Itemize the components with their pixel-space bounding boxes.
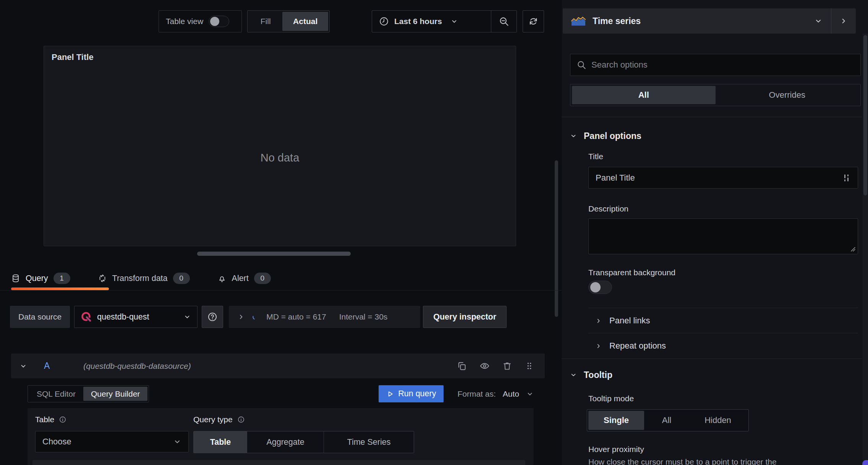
filter-tab-overrides[interactable]: Overrides: [716, 86, 859, 104]
chevron-right-icon: [237, 313, 245, 321]
chevron-down-icon: [183, 313, 191, 321]
hide-response-eye-icon[interactable]: [479, 361, 490, 371]
format-as-select[interactable]: Format as: Auto: [457, 389, 534, 399]
query-type-field-group: Query type: [193, 415, 245, 424]
query-actions: [457, 361, 545, 371]
chevron-down-icon: [173, 438, 181, 446]
query-type-time-series-button[interactable]: Time Series: [324, 431, 414, 453]
switch-knob: [590, 282, 601, 292]
zoom-out-icon: [499, 16, 509, 27]
grafana-panel-editor: Table view Fill Actual Last 6 hours Pane…: [0, 0, 868, 465]
options-scrollbar-thumb[interactable]: [863, 35, 867, 195]
collapse-query-chevron-icon[interactable]: [19, 362, 27, 370]
search-options-input[interactable]: [591, 60, 854, 70]
remove-query-trash-icon[interactable]: [502, 361, 512, 371]
query-type-segmented-control: Table Aggregate Time Series: [193, 431, 414, 453]
info-circle-icon[interactable]: [237, 416, 245, 423]
editor-tabs: Query 1 Transform data 0 Alert 0: [11, 270, 271, 287]
zoom-out-button[interactable]: [491, 11, 517, 32]
query-options-summary[interactable]: MD = auto = 617 Interval = 30s: [229, 306, 420, 328]
query-builder-section: Table Query type Choose Table Aggregate …: [28, 408, 534, 465]
repeat-options-label: Repeat options: [609, 341, 666, 351]
refresh-icon: [528, 16, 539, 27]
info-circle-icon[interactable]: [59, 416, 66, 423]
table-select[interactable]: Choose: [35, 431, 189, 452]
tooltip-header-label: Tooltip: [584, 370, 612, 380]
chevron-down-icon: [570, 132, 577, 139]
datasource-help-button[interactable]: [202, 306, 223, 328]
table-field-label: Table: [35, 415, 54, 424]
actual-mode-button[interactable]: Actual: [282, 12, 328, 31]
sql-editor-mode-button[interactable]: SQL Editor: [29, 387, 83, 401]
editor-mode-toggle: SQL Editor Query Builder: [28, 385, 149, 402]
search-options-field[interactable]: [570, 54, 861, 76]
transparent-background-switch[interactable]: [588, 281, 612, 294]
visualization-panel: Panel Title No data: [44, 46, 516, 246]
tab-query[interactable]: Query 1: [11, 270, 70, 287]
interval-summary: Interval = 30s: [339, 312, 388, 321]
tab-transform-data[interactable]: Transform data 0: [98, 270, 190, 287]
panel-title: Panel Title: [52, 52, 94, 62]
collapse-pane-button[interactable]: [831, 8, 856, 34]
table-field-group: Table: [35, 415, 66, 424]
query-row-card: A (questdb-questdb-datasource): [11, 354, 545, 378]
resize-handle-icon[interactable]: [850, 246, 856, 252]
query-inspector-button[interactable]: Query inspector: [423, 306, 507, 328]
tab-alert[interactable]: Alert 0: [217, 270, 271, 287]
chevron-down-icon: [814, 17, 823, 25]
hover-proximity-help-text: How close the cursor must be to a point …: [588, 457, 837, 465]
next-builder-row-edge: [32, 460, 525, 465]
chevron-right-icon: [595, 318, 602, 324]
panel-title-input[interactable]: [596, 173, 842, 183]
run-query-label: Run query: [398, 389, 436, 399]
datasource-picker[interactable]: questdb-quest: [74, 306, 198, 328]
query-ref-id: A: [44, 361, 50, 371]
table-view-switch[interactable]: [209, 16, 229, 27]
suggestions-icon[interactable]: [842, 173, 851, 182]
filter-tab-all[interactable]: All: [572, 86, 716, 104]
tooltip-mode-hidden-button[interactable]: Hidden: [689, 411, 747, 430]
time-range-picker: Last 6 hours: [372, 10, 517, 32]
tooltip-section-header[interactable]: Tooltip: [570, 367, 612, 383]
duplicate-query-icon[interactable]: [457, 361, 467, 371]
refresh-button[interactable]: [523, 10, 544, 32]
fill-mode-button[interactable]: Fill: [249, 12, 282, 31]
visualization-name: Time series: [593, 16, 814, 26]
horizontal-scrollbar[interactable]: [197, 252, 351, 256]
query-datasource-hint: (questdb-questdb-datasource): [83, 362, 191, 371]
tooltip-mode-single-button[interactable]: Single: [588, 411, 644, 430]
table-select-value: Choose: [42, 437, 173, 447]
panel-links-section-header[interactable]: Panel links: [588, 308, 858, 333]
question-circle-icon: [207, 312, 218, 322]
query-type-table-button[interactable]: Table: [194, 431, 247, 453]
datasource-name: questdb-quest: [97, 312, 178, 322]
description-textarea[interactable]: [588, 218, 858, 254]
builder-toolbar: SQL Editor Query Builder Run query Forma…: [28, 385, 534, 402]
questdb-logo-icon: [81, 311, 92, 323]
repeat-options-section-header[interactable]: Repeat options: [588, 334, 858, 358]
editor-vertical-scrollbar[interactable]: [555, 160, 558, 317]
pane-size-mode-group: Fill Actual: [247, 10, 330, 32]
tab-query-label: Query: [26, 274, 48, 283]
run-query-button[interactable]: Run query: [379, 385, 444, 402]
panel-options-pane: Time series All Overrides Panel options …: [562, 0, 868, 465]
query-type-aggregate-button[interactable]: Aggregate: [247, 431, 324, 453]
database-icon: [11, 274, 20, 283]
description-field-label: Description: [588, 204, 628, 213]
tab-alert-label: Alert: [232, 274, 249, 283]
help-widget-corner[interactable]: [862, 460, 868, 465]
panel-options-section-header[interactable]: Panel options: [570, 128, 641, 144]
tooltip-mode-all-button[interactable]: All: [644, 411, 689, 430]
chevron-down-icon: [526, 390, 534, 398]
drag-handle-icon[interactable]: [525, 361, 534, 371]
query-builder-mode-button[interactable]: Query Builder: [83, 387, 147, 401]
no-data-message: No data: [44, 152, 516, 164]
query-type-field-label: Query type: [193, 415, 233, 424]
chevron-down-icon: [570, 371, 577, 378]
tab-query-count: 1: [53, 273, 70, 284]
chevron-right-icon: [839, 17, 848, 25]
visualization-picker[interactable]: Time series: [563, 8, 856, 34]
title-field-label: Title: [588, 152, 603, 161]
format-as-value: Auto: [503, 389, 519, 399]
time-range-button[interactable]: Last 6 hours: [372, 11, 491, 32]
